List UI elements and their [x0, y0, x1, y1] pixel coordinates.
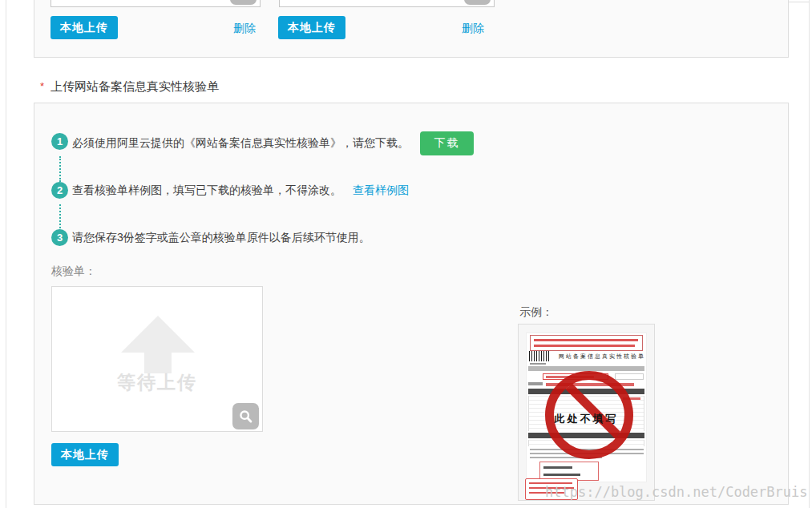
- verification-upload-dropzone[interactable]: 等待上传: [51, 286, 263, 432]
- magnifier-icon[interactable]: [232, 403, 259, 429]
- example-instruction-box: [530, 335, 643, 351]
- section-title-text: 上传网站备案信息真实性核验单: [50, 79, 219, 93]
- example-form-image: 网站备案信息真实性核验单: [518, 324, 655, 501]
- step-2-text: 查看核验单样例图，填写已下载的核验单，不得涂改。: [72, 183, 341, 198]
- example-form-title: 网站备案信息真实性核验单: [559, 353, 645, 361]
- stamp-text: 此处不填写: [527, 412, 646, 426]
- upload-placeholder-text: 等待上传: [52, 370, 262, 395]
- local-upload-button-1[interactable]: 本地上传: [50, 16, 118, 39]
- step-connector: [59, 204, 61, 228]
- magnifier-icon[interactable]: [464, 0, 491, 5]
- local-upload-button-2[interactable]: 本地上传: [278, 16, 345, 39]
- photo-upload-box-2[interactable]: [279, 0, 495, 7]
- required-asterisk: *: [40, 80, 44, 92]
- step-2-badge: 2: [51, 182, 68, 199]
- step-2-row: 查看核验单样例图，填写已下载的核验单，不得涂改。 查看样例图: [72, 184, 409, 197]
- section-title: *上传网站备案信息真实性核验单: [40, 79, 219, 95]
- photo-upload-box-1[interactable]: [50, 0, 261, 7]
- step-3-row: 请您保存3份签字或盖公章的核验单原件以备后续环节使用。: [72, 232, 370, 244]
- upload-arrow-icon: [121, 316, 195, 373]
- beian-upload-page: 正面 查看大图 反面 查看大图 本地上传 删除 本地上传 删除: [0, 0, 812, 508]
- step-1-text: 必须使用阿里云提供的《网站备案信息真实性核验单》，请您下载。: [72, 136, 409, 151]
- step-1-badge: 1: [51, 133, 68, 150]
- csdn-watermark: https://blog.csdn.net/CoderBruis: [545, 484, 808, 500]
- delete-link-1[interactable]: 删除: [233, 22, 256, 36]
- page-left-border: [6, 0, 6, 508]
- step-connector: [59, 156, 61, 182]
- barcode-icon: [529, 351, 549, 361]
- step-3-text: 请您保存3份签字或盖公章的核验单原件以备后续环节使用。: [72, 231, 370, 245]
- download-button[interactable]: 下载: [420, 131, 474, 155]
- step-3-badge: 3: [51, 229, 68, 246]
- magnifier-glyph: [238, 409, 254, 425]
- step-1-row: 必须使用阿里云提供的《网站备案信息真实性核验单》，请您下载。 下载: [72, 131, 474, 155]
- view-sample-link[interactable]: 查看样例图: [353, 183, 409, 198]
- verification-field-label: 核验单：: [51, 264, 96, 279]
- delete-link-2[interactable]: 删除: [462, 22, 484, 36]
- example-cell: [615, 373, 644, 380]
- local-upload-button-verification[interactable]: 本地上传: [51, 443, 119, 466]
- verification-form-panel: 1 必须使用阿里云提供的《网站备案信息真实性核验单》，请您下载。 下载 2 查看…: [34, 103, 789, 505]
- magnifier-icon[interactable]: [230, 0, 257, 5]
- example-form-page: 网站备案信息真实性核验单: [526, 333, 647, 482]
- page-right-border: [809, 0, 810, 508]
- id-photo-upload-panel: 本地上传 删除 本地上传 删除: [34, 0, 789, 58]
- example-label: 示例：: [519, 305, 553, 320]
